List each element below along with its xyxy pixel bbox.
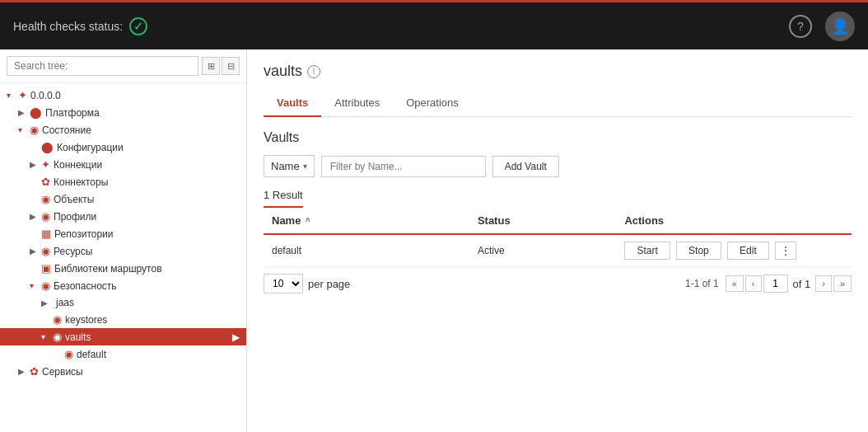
content-header: vaults i [264, 63, 852, 80]
top-bar-left: Health checks status: ✓ [13, 17, 789, 35]
name-filter-dropdown[interactable]: Name ▾ [264, 155, 315, 177]
tab-vaults[interactable]: Vaults [264, 90, 321, 117]
collapse-all-button[interactable]: ⊟ [222, 57, 240, 75]
tree-arrow-icon: ▶ [41, 298, 53, 308]
filter-bar: Name ▾ Add Vault [264, 155, 852, 177]
sidebar-item-resources[interactable]: ▶ ◉ Ресурсы [0, 242, 246, 260]
connections-icon: ✦ [41, 158, 50, 171]
security-icon: ◉ [41, 279, 50, 292]
resources-icon: ◉ [41, 245, 50, 257]
tree-arrow-icon: ▾ [41, 332, 53, 341]
info-icon[interactable]: i [307, 65, 320, 78]
search-input[interactable] [7, 56, 198, 76]
sidebar-item-platform[interactable]: ▶ ⬤ Платформа [0, 104, 246, 121]
tree-arrow-icon: ▶ [30, 247, 41, 256]
pagination-right: 1-1 of 1 « ‹ of 1 › » [685, 275, 852, 293]
section-title: Vaults [264, 130, 852, 145]
sidebar-item-label: Состояние [42, 124, 91, 136]
sidebar-item-label: Коннекторы [54, 176, 108, 188]
sidebar-item-objects[interactable]: ◉ Объекты [0, 190, 246, 208]
tree-arrow-icon: ▾ [18, 125, 30, 134]
routes-icon: ▣ [41, 262, 51, 275]
dropdown-arrow-icon: ▾ [303, 162, 307, 171]
default-icon: ◉ [64, 348, 73, 360]
tab-operations[interactable]: Operations [393, 90, 472, 117]
root-icon: ✦ [18, 89, 27, 101]
pagination-left: 10 per page [264, 274, 350, 293]
sidebar-item-label: Платформа [45, 107, 100, 119]
results-wrapper: 1 Result [264, 184, 852, 208]
sidebar-item-label: keystores [65, 314, 107, 326]
table-header-row: Name ^ Status Actions [264, 208, 852, 234]
stop-button[interactable]: Stop [676, 242, 721, 260]
main-layout: ⊞ ⊟ ▾ ✦ 0.0.0.0 ▶ ⬤ Платформа ▾ ◉ Состоя… [0, 49, 868, 432]
start-button[interactable]: Start [624, 242, 670, 260]
tree-arrow-icon: ▶ [30, 212, 41, 221]
sidebar-item-repos[interactable]: ▦ Репозитории [0, 225, 246, 242]
sidebar-item-profiles[interactable]: ▶ ◉ Профили [0, 208, 246, 225]
vault-name-cell: default [264, 234, 469, 267]
sidebar-item-root[interactable]: ▾ ✦ 0.0.0.0 [0, 87, 246, 104]
sidebar-item-label: 0.0.0.0 [30, 90, 61, 101]
sidebar-item-connections[interactable]: ▶ ✦ Коннекции [0, 156, 246, 173]
sidebar: ⊞ ⊟ ▾ ✦ 0.0.0.0 ▶ ⬤ Платформа ▾ ◉ Состоя… [0, 49, 247, 432]
sidebar-item-jaas[interactable]: ▶ jaas [0, 294, 246, 311]
sidebar-item-configs[interactable]: ⬤ Конфигурации [0, 139, 246, 156]
sidebar-tree: ▾ ✦ 0.0.0.0 ▶ ⬤ Платформа ▾ ◉ Состояние … [0, 83, 246, 432]
configs-icon: ⬤ [41, 141, 54, 153]
health-checks-label: Health checks status: [13, 20, 123, 33]
col-header-status: Status [469, 208, 617, 234]
col-header-name[interactable]: Name ^ [264, 208, 469, 234]
sidebar-item-label: Ресурсы [54, 246, 92, 257]
sidebar-item-label: Объекты [54, 194, 95, 205]
sidebar-item-label: Профили [54, 211, 96, 223]
of-label: of 1 [793, 278, 811, 290]
filter-input[interactable] [321, 156, 486, 177]
vault-status-cell: Active [469, 234, 617, 267]
help-icon[interactable]: ? [789, 15, 812, 38]
vaults-icon: ◉ [53, 331, 62, 343]
sidebar-search-icons: ⊞ ⊟ [202, 57, 240, 75]
vaults-table: Name ^ Status Actions default Active [264, 208, 852, 267]
sidebar-item-connectors[interactable]: ✿ Коннекторы [0, 173, 246, 190]
sidebar-item-state[interactable]: ▾ ◉ Состояние [0, 121, 246, 139]
page-title: vaults [264, 63, 302, 80]
sidebar-item-label: vaults [65, 331, 91, 343]
add-vault-button[interactable]: Add Vault [492, 156, 559, 177]
first-page-button[interactable]: « [726, 275, 744, 292]
tree-arrow-icon: ▶ [30, 160, 41, 169]
prev-page-button[interactable]: ‹ [745, 275, 762, 292]
sidebar-item-vaults[interactable]: ▾ ◉ vaults ▶ [0, 328, 246, 345]
sidebar-item-default[interactable]: ◉ default [0, 345, 246, 363]
results-count: 1 Result [264, 184, 303, 208]
col-header-actions: Actions [616, 208, 852, 234]
last-page-button[interactable]: » [833, 275, 852, 292]
filter-name-label: Name [271, 160, 300, 172]
state-icon: ◉ [30, 124, 39, 136]
avatar[interactable]: 👤 [825, 12, 855, 41]
sidebar-item-label: Конфигурации [57, 142, 124, 153]
sidebar-search-bar: ⊞ ⊟ [0, 49, 246, 83]
next-page-button[interactable]: › [815, 275, 832, 292]
top-bar-right: ? 👤 [789, 12, 855, 41]
per-page-select[interactable]: 10 [264, 274, 303, 293]
sidebar-item-keystores[interactable]: ◉ keystores [0, 311, 246, 328]
tab-attributes[interactable]: Attributes [321, 90, 393, 117]
sidebar-item-routes[interactable]: ▣ Библиотеки маршрутов [0, 260, 246, 277]
profiles-icon: ◉ [41, 210, 50, 223]
sidebar-item-security[interactable]: ▾ ◉ Безопасность [0, 277, 246, 294]
edit-button[interactable]: Edit [727, 242, 769, 260]
expand-all-button[interactable]: ⊞ [202, 57, 220, 75]
tabs-bar: Vaults Attributes Operations [264, 90, 852, 117]
objects-icon: ◉ [41, 193, 50, 205]
top-bar: Health checks status: ✓ ? 👤 [0, 0, 868, 49]
current-page-input[interactable] [763, 275, 788, 293]
per-page-label: per page [308, 278, 350, 290]
vault-actions-cell: Start Stop Edit ⋮ [616, 234, 852, 267]
sidebar-item-services[interactable]: ▶ ✿ Сервисы [0, 363, 246, 380]
keystores-icon: ◉ [53, 313, 62, 326]
sidebar-item-label: jaas [56, 297, 74, 308]
vaults-expand-arrow: ▶ [232, 331, 240, 343]
sort-arrow-icon: ^ [306, 217, 310, 226]
more-actions-button[interactable]: ⋮ [775, 242, 796, 260]
